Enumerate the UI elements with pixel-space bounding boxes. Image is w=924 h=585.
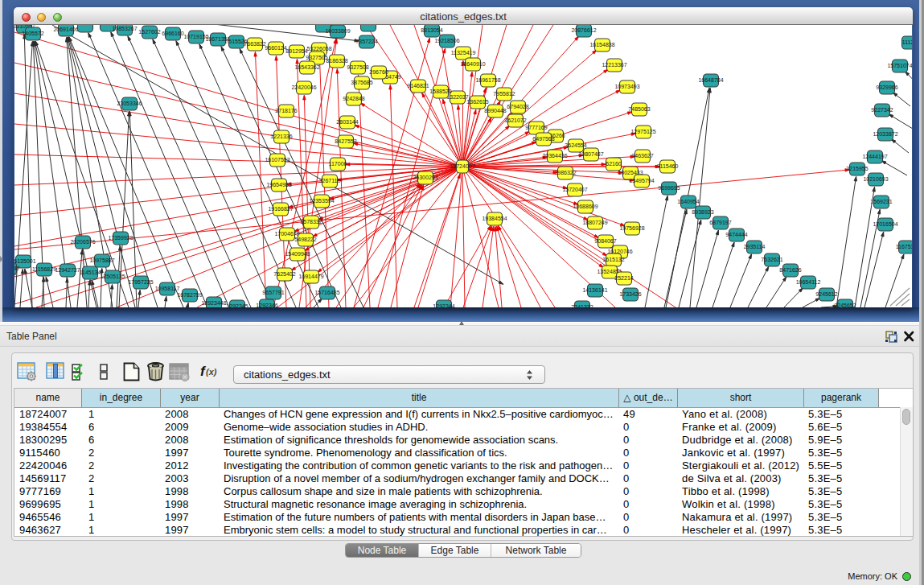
svg-text:6794028: 6794028 (507, 104, 528, 109)
svg-text:1292346: 1292346 (256, 303, 277, 307)
svg-text:12444197: 12444197 (862, 154, 887, 159)
svg-text:19384554: 19384554 (482, 216, 507, 221)
svg-text:53226058: 53226058 (306, 46, 331, 51)
svg-text:10688609: 10688609 (573, 204, 598, 209)
svg-text:9463627: 9463627 (631, 153, 653, 159)
svg-text:16033809: 16033809 (325, 28, 350, 34)
svg-text:1405572: 1405572 (22, 31, 43, 36)
svg-text:7955812: 7955812 (493, 91, 515, 97)
svg-text:14136141: 14136141 (582, 287, 607, 293)
svg-text:1292344: 1292344 (433, 303, 454, 307)
svg-text:1733426: 1733426 (619, 291, 641, 297)
svg-text:1640954: 1640954 (677, 199, 699, 204)
svg-text:3578332: 3578332 (300, 219, 322, 225)
svg-text:9329966: 9329966 (876, 84, 897, 90)
svg-text:7986322: 7986322 (554, 170, 576, 175)
svg-text:17957225: 17957225 (128, 279, 153, 285)
svg-text:9660124: 9660124 (265, 45, 286, 51)
svg-text:9115460: 9115460 (657, 163, 679, 169)
svg-text:12033872: 12033872 (873, 131, 897, 137)
svg-text:9327508: 9327508 (347, 64, 368, 70)
svg-text:6966160: 6966160 (162, 31, 183, 36)
svg-text:9474444: 9474444 (725, 232, 747, 237)
svg-text:11123: 11123 (902, 39, 912, 45)
svg-text:9245612: 9245612 (815, 291, 837, 297)
svg-text:10853267: 10853267 (112, 26, 137, 31)
svg-text:19166827: 19166827 (268, 206, 293, 212)
svg-text:19654983: 19654983 (266, 182, 291, 187)
svg-text:11156829: 11156829 (32, 266, 56, 272)
svg-text:15716485: 15716485 (314, 290, 339, 295)
svg-text:20876612: 20876612 (571, 27, 596, 33)
svg-text:1588520: 1588520 (429, 89, 451, 94)
svg-text:10654112: 10654112 (796, 279, 821, 285)
svg-text:9242848: 9242848 (343, 96, 364, 101)
svg-text:18640910: 18640910 (460, 61, 485, 67)
svg-text:8912954: 8912954 (285, 48, 307, 54)
svg-text:9327505: 9327505 (306, 55, 327, 60)
svg-text:16154838: 16154838 (589, 42, 614, 47)
svg-text:23053346: 23053346 (117, 101, 142, 106)
svg-text:7485063: 7485063 (628, 106, 650, 112)
svg-text:15751074: 15751074 (887, 63, 912, 68)
svg-text:1362615: 1362615 (466, 99, 488, 105)
svg-text:3875685: 3875685 (351, 80, 372, 85)
svg-text:19218506: 19218506 (434, 38, 459, 43)
svg-text:296760: 296760 (369, 69, 388, 75)
svg-text:9699695: 9699695 (658, 185, 680, 191)
svg-text:16782759: 16782759 (177, 292, 202, 298)
svg-text:9227342: 9227342 (871, 107, 893, 113)
svg-text:16961758: 16961758 (475, 77, 500, 83)
svg-text:12923448: 12923448 (201, 300, 226, 306)
svg-text:8427552: 8427552 (335, 138, 356, 144)
svg-text:17016504: 17016504 (873, 221, 897, 227)
svg-text:6497568: 6497568 (532, 136, 554, 142)
svg-text:10807487: 10807487 (578, 151, 603, 157)
svg-text:16543362: 16543362 (294, 64, 319, 70)
svg-text:9084067: 9084067 (594, 238, 616, 244)
svg-text:22420046: 22420046 (291, 84, 316, 90)
svg-text:8471626: 8471626 (779, 267, 801, 273)
svg-text:18724007: 18724007 (450, 163, 474, 169)
svg-text:5498222: 5498222 (294, 237, 316, 242)
svg-text:8186328: 8186328 (326, 58, 347, 64)
svg-text:12353594: 12353594 (309, 198, 334, 204)
svg-text:7357224: 7357224 (355, 39, 377, 44)
svg-text:13495794: 13495794 (629, 178, 654, 183)
svg-text:25300293: 25300293 (413, 175, 437, 180)
svg-text:9657791: 9657791 (262, 290, 284, 295)
svg-text:1322037: 1322037 (446, 94, 468, 100)
svg-text:10958117: 10958117 (155, 286, 180, 291)
svg-text:9245652: 9245652 (834, 303, 856, 307)
svg-text:8990448: 8990448 (484, 108, 506, 113)
svg-text:1292345: 1292345 (226, 303, 248, 307)
svg-text:8938923: 8938923 (692, 209, 713, 215)
svg-text:3624554: 3624554 (565, 142, 586, 148)
svg-text:15720407: 15720407 (562, 187, 587, 192)
svg-text:7632621: 7632621 (761, 257, 782, 262)
svg-text:7241332: 7241332 (571, 304, 593, 307)
svg-text:1615132: 1615132 (602, 257, 624, 262)
svg-text:10210693: 10210693 (863, 176, 888, 182)
svg-text:62160: 62160 (606, 161, 622, 167)
svg-text:16914479: 16914479 (298, 274, 323, 279)
svg-text:117006: 117006 (329, 161, 347, 167)
svg-text:252214: 252214 (614, 275, 633, 281)
svg-text:12505135: 12505135 (100, 274, 125, 279)
svg-text:16648784: 16648784 (698, 77, 723, 83)
svg-text:19756928: 19756928 (619, 225, 644, 231)
svg-text:12213367: 12213367 (602, 62, 626, 68)
svg-text:26135001: 26135001 (14, 258, 36, 264)
svg-text:20691406: 20691406 (53, 27, 78, 32)
svg-text:20206576: 20206576 (70, 239, 95, 245)
svg-text:8813054: 8813054 (421, 27, 442, 33)
svg-text:15409948: 15409948 (285, 251, 310, 257)
svg-text:20364436: 20364436 (542, 153, 567, 159)
svg-text:(x): (x) (206, 367, 217, 377)
svg-text:3267110: 3267110 (319, 178, 341, 183)
svg-text:18807249: 18807249 (582, 220, 607, 225)
svg-text:1527602: 1527602 (138, 29, 160, 35)
svg-text:2803144: 2803144 (336, 119, 358, 125)
svg-text:16107553: 16107553 (265, 157, 290, 163)
svg-text:9914547: 9914547 (14, 266, 20, 271)
